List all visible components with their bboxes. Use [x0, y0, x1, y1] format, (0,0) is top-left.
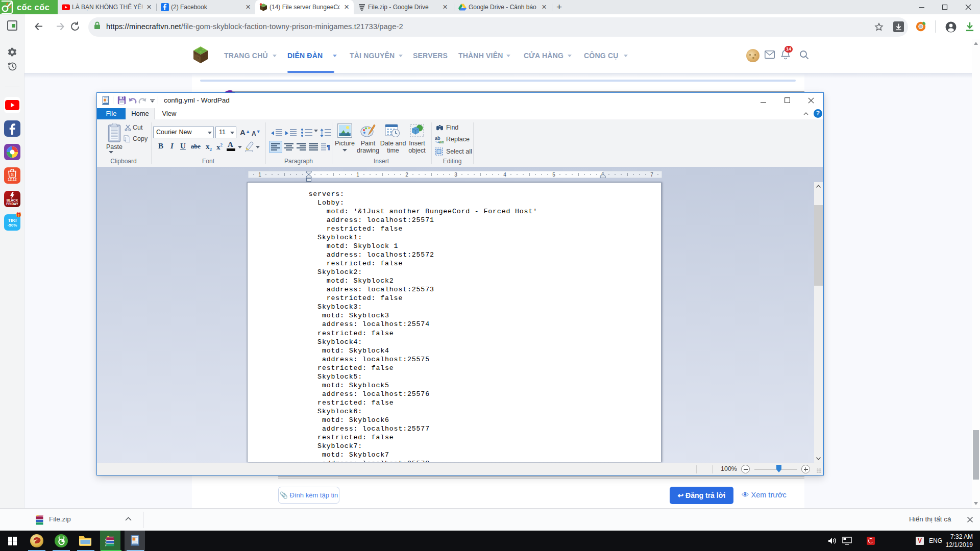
svg-text:ac: ac: [439, 139, 444, 143]
svg-text:5: 5: [552, 172, 555, 178]
svg-text:7: 7: [650, 172, 653, 178]
svg-text:4: 4: [503, 172, 506, 178]
svg-text:1: 1: [356, 172, 359, 178]
svg-text:1: 1: [258, 172, 261, 178]
svg-text:2: 2: [405, 172, 408, 178]
svg-text:S: S: [11, 172, 14, 177]
svg-text:¶: ¶: [327, 143, 330, 151]
svg-text:3: 3: [454, 172, 457, 178]
